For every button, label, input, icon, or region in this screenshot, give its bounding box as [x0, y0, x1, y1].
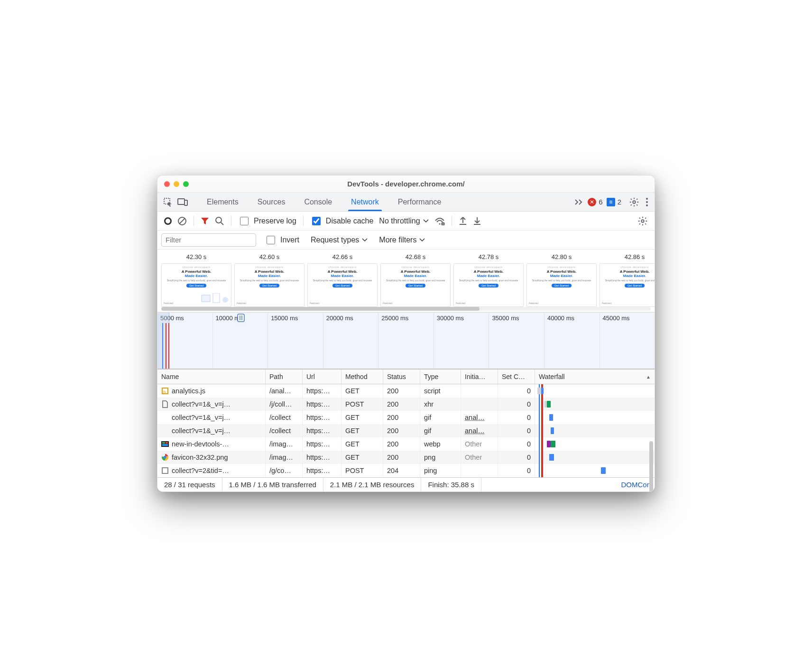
svg-rect-20: [162, 442, 165, 444]
vertical-scrollbar[interactable]: [649, 441, 653, 492]
network-conditions-icon[interactable]: [432, 215, 448, 227]
request-initiator: [461, 398, 498, 411]
svg-point-13: [641, 220, 644, 222]
column-header[interactable]: Set C…: [498, 370, 535, 384]
svg-rect-22: [162, 444, 168, 446]
request-setcookies: 0: [498, 464, 535, 477]
record-button[interactable]: [161, 215, 175, 227]
table-row[interactable]: jsanalytics.js/anal…https:…GET200script0: [157, 384, 655, 398]
window-minimize-button[interactable]: [174, 181, 179, 187]
table-row[interactable]: collect?v=1&_v=j…/collecthttps:…GET200gi…: [157, 424, 655, 437]
svg-point-11: [439, 223, 440, 224]
network-toolbar: Preserve log Disable cache No throttling: [157, 212, 655, 231]
column-header[interactable]: Path: [266, 370, 303, 384]
overview-range-handle[interactable]: [237, 314, 245, 322]
window-controls: [164, 181, 189, 187]
svg-line-8: [179, 218, 185, 224]
filmstrip-frame[interactable]: 42.68 s chrome developers A Powerful Web…: [379, 251, 452, 307]
status-domcontentloaded[interactable]: DOMCon: [614, 478, 655, 491]
device-toolbar-icon[interactable]: [177, 198, 188, 206]
invert-label: Invert: [280, 236, 299, 244]
filmstrip-frame[interactable]: 42.78 s chrome developers A Powerful Web…: [452, 251, 525, 307]
tab-elements[interactable]: Elements: [197, 193, 248, 211]
column-header[interactable]: Waterfall▲: [535, 370, 655, 384]
column-header[interactable]: Type: [420, 370, 461, 384]
request-path: /g/co…: [266, 464, 303, 477]
column-header[interactable]: Name: [157, 370, 266, 384]
error-icon: ✕: [588, 198, 596, 206]
filter-toggle-icon[interactable]: [198, 215, 212, 227]
overview-tick-label: 30000 ms: [437, 315, 464, 322]
tab-console[interactable]: Console: [295, 193, 341, 211]
filmstrip-frame[interactable]: 42.86 s chrome developers A Powerful Web…: [599, 251, 655, 307]
table-row[interactable]: favicon-32x32.png/imag…https:…GET200pngO…: [157, 451, 655, 464]
status-bar: 28 / 31 requests 1.6 MB / 1.6 MB transfe…: [157, 477, 655, 491]
svg-point-16: [222, 297, 228, 303]
timeline-overview[interactable]: 5000 ms10000 ms15000 ms20000 ms25000 ms3…: [157, 312, 655, 369]
file-type-icon: [161, 467, 169, 474]
request-path: /collect: [266, 411, 303, 424]
messages-badge[interactable]: ≡ 2: [607, 198, 621, 206]
more-tabs-icon[interactable]: [574, 199, 584, 205]
request-initiator[interactable]: anal…: [461, 411, 498, 424]
request-initiator: Other: [461, 451, 498, 464]
request-types-select[interactable]: Request types: [308, 236, 370, 244]
filmstrip-thumbnail: chrome developers A Powerful Web. Made E…: [380, 263, 451, 307]
panel-tabstrip: ElementsSourcesConsoleNetworkPerformance…: [157, 193, 655, 212]
filmstrip-frame[interactable]: 42.30 s chrome developers A Powerful Web…: [160, 251, 232, 307]
preserve-log-checkbox[interactable]: Preserve log: [235, 215, 299, 227]
svg-rect-2: [185, 200, 187, 205]
svg-rect-21: [166, 442, 168, 444]
request-waterfall: [535, 424, 655, 437]
filter-input[interactable]: [161, 233, 256, 247]
kebab-menu-icon[interactable]: [645, 197, 649, 207]
filmstrip-scrollbar[interactable]: [161, 307, 651, 311]
disable-cache-checkbox[interactable]: Disable cache: [307, 215, 377, 227]
table-row[interactable]: collect?v=2&tid=…/g/co…https:…POST204pin…: [157, 464, 655, 477]
window-close-button[interactable]: [164, 181, 170, 187]
error-badge[interactable]: ✕ 6: [588, 198, 602, 206]
column-header[interactable]: Url: [303, 370, 341, 384]
request-type: gif: [420, 411, 461, 424]
clear-button[interactable]: [175, 214, 190, 228]
filmstrip-thumbnail: chrome developers A Powerful Web. Made E…: [526, 263, 597, 307]
filmstrip-frame[interactable]: 42.80 s chrome developers A Powerful Web…: [526, 251, 598, 307]
request-setcookies: 0: [498, 398, 535, 411]
invert-checkbox[interactable]: Invert: [262, 234, 302, 246]
import-har-icon[interactable]: [470, 214, 484, 228]
svg-rect-15: [213, 293, 220, 303]
request-initiator[interactable]: anal…: [461, 424, 498, 437]
inspect-element-icon[interactable]: [163, 197, 173, 207]
filmstrip-thumbnail: chrome developers A Powerful Web. Made E…: [234, 263, 304, 307]
throttling-select[interactable]: No throttling: [376, 217, 431, 225]
overview-tick-label: 15000 ms: [271, 315, 298, 322]
filmstrip-frame[interactable]: 42.66 s chrome developers A Powerful Web…: [306, 251, 378, 307]
disable-cache-label: Disable cache: [326, 217, 374, 225]
tab-performance[interactable]: Performance: [388, 193, 451, 211]
more-filters-select[interactable]: More filters: [376, 236, 428, 244]
settings-icon[interactable]: [629, 197, 639, 207]
file-type-icon: [161, 400, 169, 408]
request-url: https:…: [303, 398, 341, 411]
column-header[interactable]: Initia…: [461, 370, 498, 384]
table-row[interactable]: collect?v=1&_v=j…/j/coll…https:…POST200x…: [157, 398, 655, 411]
file-type-icon: [161, 427, 169, 435]
tab-sources[interactable]: Sources: [248, 193, 295, 211]
messages-icon: ≡: [607, 198, 615, 206]
table-row[interactable]: collect?v=1&_v=j…/collecthttps:…GET200gi…: [157, 411, 655, 424]
search-icon[interactable]: [212, 214, 227, 228]
request-initiator: Other: [461, 437, 498, 451]
filmstrip-frame[interactable]: 42.60 s chrome developers A Powerful Web…: [233, 251, 305, 307]
window-maximize-button[interactable]: [183, 181, 189, 187]
tab-network[interactable]: Network: [341, 193, 388, 211]
table-row[interactable]: new-in-devtools-…/imag…https:…GET200webp…: [157, 437, 655, 451]
export-har-icon[interactable]: [456, 214, 470, 228]
request-method: GET: [341, 411, 383, 424]
request-name: analytics.js: [172, 387, 205, 395]
network-settings-icon[interactable]: [635, 214, 651, 228]
column-header[interactable]: Status: [383, 370, 420, 384]
sort-ascending-icon: ▲: [646, 374, 651, 380]
svg-point-5: [646, 201, 648, 203]
column-header[interactable]: Method: [341, 370, 383, 384]
filmstrip[interactable]: 42.30 s chrome developers A Powerful Web…: [157, 250, 655, 312]
